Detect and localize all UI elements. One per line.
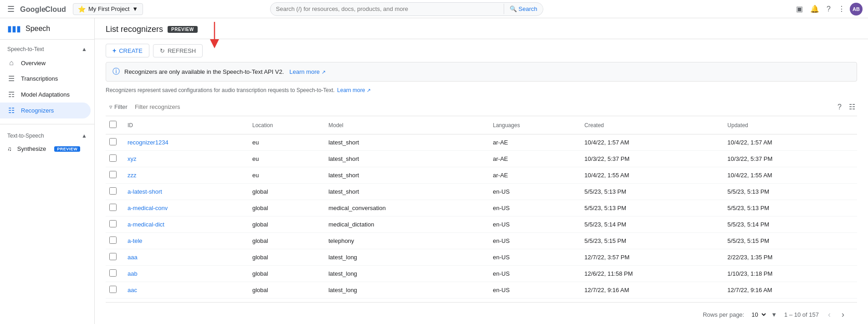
home-icon: ⌂ — [7, 59, 15, 67]
help-icon[interactable]: ? — [824, 2, 833, 16]
cell-created: 5/5/23, 5:14 PM — [579, 216, 722, 233]
cell-created: 5/5/23, 5:13 PM — [579, 200, 722, 216]
filter-icon: ▿ — [109, 103, 112, 110]
cell-created: 10/4/22, 1:57 AM — [579, 134, 722, 151]
id-link[interactable]: a-medical-conv — [128, 205, 168, 211]
sidebar-item-recognizers[interactable]: ☷ Recognizers — [0, 103, 91, 118]
table-row: a-medical-dict global medical_dictation … — [106, 216, 857, 233]
cell-languages: ar-AE — [487, 167, 579, 184]
app-name: Speech — [26, 25, 50, 33]
info-learn-more-link[interactable]: Learn more ↗ — [289, 68, 325, 75]
columns-icon-btn[interactable]: ☷ — [847, 101, 857, 113]
col-languages: Languages — [487, 116, 579, 134]
dots-icon[interactable]: ⋮ — [835, 2, 848, 16]
select-all-checkbox[interactable] — [109, 121, 117, 128]
id-link[interactable]: aab — [128, 270, 138, 277]
id-link[interactable]: zzz — [128, 172, 137, 179]
search-button[interactable]: 🔍 Search — [504, 4, 543, 14]
table-row: aac global latest_long en-US 12/7/22, 9:… — [106, 282, 857, 298]
cell-model: latest_short — [323, 167, 487, 184]
id-link[interactable]: aaa — [128, 254, 138, 261]
project-selector[interactable]: ⭐ My First Project ▼ — [73, 3, 143, 15]
toolbar: + CREATE ↻ REFRESH — [95, 39, 868, 62]
table-header: ID Location Model Languages Created Upda… — [106, 116, 857, 134]
cell-model: latest_long — [323, 266, 487, 282]
page-info: 1 – 10 of 157 — [784, 311, 819, 318]
page-preview-badge: PREVIEW — [168, 26, 198, 33]
next-page-button[interactable]: › — [840, 308, 846, 321]
row-checkbox[interactable] — [109, 187, 117, 195]
sidebar-divider — [0, 124, 94, 124]
toolbar-wrapper: + CREATE ↻ REFRESH — [95, 39, 868, 62]
filter-input[interactable] — [135, 103, 226, 110]
avatar[interactable]: AB — [850, 3, 863, 15]
filter-button[interactable]: ▿ Filter — [106, 102, 131, 112]
sidebar-item-model-adaptations[interactable]: ☶ Model Adaptations — [0, 87, 91, 103]
row-checkbox[interactable] — [109, 138, 117, 145]
table-body: recognizer1234 eu latest_short ar-AE 10/… — [106, 134, 857, 298]
cell-id: a-medical-conv — [122, 200, 247, 216]
row-checkbox[interactable] — [109, 237, 117, 244]
text-to-speech-header[interactable]: Text-to-Speech ▲ — [0, 130, 94, 142]
row-checkbox[interactable] — [109, 220, 117, 227]
id-link[interactable]: aac — [128, 287, 137, 293]
refresh-icon: ↻ — [160, 47, 165, 54]
table-area: ▿ Filter ? ☷ ID Location Model — [95, 98, 868, 324]
sidebar-item-overview[interactable]: ⌂ Overview — [0, 55, 91, 71]
cell-id: xyz — [122, 151, 247, 167]
search-input[interactable] — [276, 5, 504, 12]
bell-icon[interactable]: 🔔 — [807, 2, 822, 16]
row-checkbox[interactable] — [109, 171, 117, 178]
dropdown-arrow: ▼ — [771, 311, 777, 318]
table-row: a-tele global telephony en-US 5/5/23, 5:… — [106, 233, 857, 249]
cell-languages: en-US — [487, 266, 579, 282]
rows-per-page-select[interactable]: 10 25 50 — [748, 310, 767, 319]
row-checkbox[interactable] — [109, 253, 117, 260]
top-nav: ☰ Google Cloud ⭐ My First Project ▼ 🔍 Se… — [0, 0, 868, 18]
help-icon-btn[interactable]: ? — [836, 101, 843, 113]
cell-model: latest_short — [323, 184, 487, 200]
id-link[interactable]: a-latest-short — [128, 188, 162, 195]
cell-created: 12/6/22, 11:58 PM — [579, 266, 722, 282]
description-learn-more-link[interactable]: Learn more ↗ — [337, 87, 371, 93]
id-link[interactable]: recognizer1234 — [128, 139, 168, 146]
sidebar-item-synthesize[interactable]: ♫ Synthesize PREVIEW — [0, 142, 91, 156]
cell-languages: en-US — [487, 249, 579, 266]
info-icon: ⓘ — [112, 67, 120, 77]
speech-to-text-header[interactable]: Speech-to-Text ▲ — [0, 43, 94, 55]
hamburger-icon[interactable]: ☰ — [5, 2, 16, 16]
cell-languages: en-US — [487, 216, 579, 233]
app-layout: ▮▮▮ Speech Speech-to-Text ▲ ⌂ Overview ☰… — [0, 18, 868, 324]
sidebar-item-transcriptions[interactable]: ☰ Transcriptions — [0, 71, 91, 87]
table-row: a-latest-short global latest_short en-US… — [106, 184, 857, 200]
cell-id: aac — [122, 282, 247, 298]
terminal-icon[interactable]: ▣ — [793, 2, 806, 16]
id-link[interactable]: a-medical-dict — [128, 221, 164, 228]
row-checkbox[interactable] — [109, 286, 117, 293]
prev-page-button[interactable]: ‹ — [826, 308, 832, 321]
cell-location: eu — [247, 151, 323, 167]
id-link[interactable]: xyz — [128, 155, 137, 162]
recognizer-icon: ☷ — [7, 106, 15, 115]
cell-updated: 5/5/23, 5:13 PM — [722, 200, 857, 216]
row-checkbox[interactable] — [109, 154, 117, 162]
satellite-icon: ⭐ — [78, 5, 86, 13]
cell-updated: 10/4/22, 1:55 AM — [722, 167, 857, 184]
cell-location: global — [247, 249, 323, 266]
refresh-button[interactable]: ↻ REFRESH — [153, 44, 203, 57]
table-row: aab global latest_long en-US 12/6/22, 11… — [106, 266, 857, 282]
cell-model: medical_dictation — [323, 216, 487, 233]
cell-updated: 5/5/23, 5:15 PM — [722, 233, 857, 249]
synthesize-icon: ♫ — [7, 145, 12, 152]
synthesize-preview-badge: PREVIEW — [54, 146, 80, 152]
row-checkbox[interactable] — [109, 204, 117, 211]
id-link[interactable]: a-tele — [128, 237, 143, 244]
row-checkbox[interactable] — [109, 269, 117, 277]
cell-updated: 5/5/23, 5:13 PM — [722, 184, 857, 200]
rows-per-page: Rows per page: 10 25 50 ▼ — [703, 310, 777, 319]
svg-text:Cloud: Cloud — [45, 5, 66, 13]
table-row: a-medical-conv global medical_conversati… — [106, 200, 857, 216]
create-button[interactable]: + CREATE — [106, 44, 149, 57]
cell-model: medical_conversation — [323, 200, 487, 216]
cell-languages: ar-AE — [487, 134, 579, 151]
